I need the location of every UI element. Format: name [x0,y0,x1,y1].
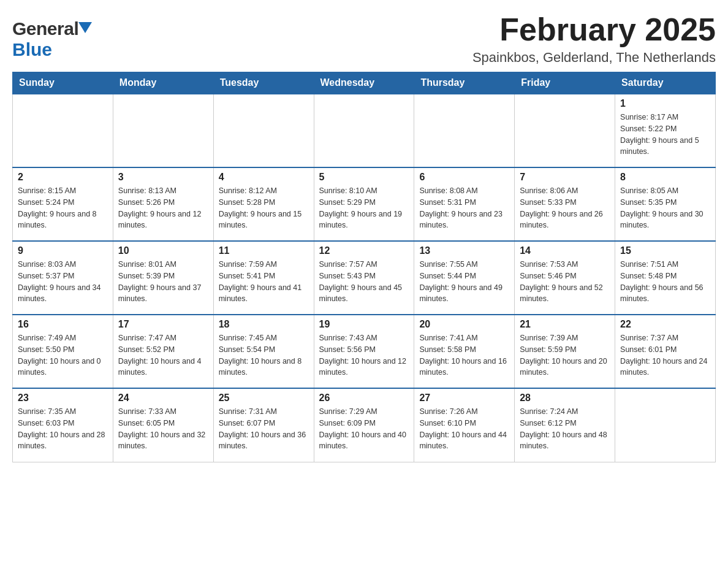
day-info: Sunrise: 7:26 AM Sunset: 6:10 PM Dayligh… [419,406,509,452]
day-info: Sunrise: 7:55 AM Sunset: 5:44 PM Dayligh… [419,259,509,305]
calendar-cell: 6Sunrise: 8:08 AM Sunset: 5:31 PM Daylig… [414,167,515,241]
day-info: Sunrise: 7:29 AM Sunset: 6:09 PM Dayligh… [319,406,409,452]
day-number: 5 [319,172,409,183]
day-info: Sunrise: 7:35 AM Sunset: 6:03 PM Dayligh… [18,406,108,452]
day-number: 19 [319,319,409,330]
calendar-table: SundayMondayTuesdayWednesdayThursdayFrid… [12,72,716,462]
calendar-cell: 5Sunrise: 8:10 AM Sunset: 5:29 PM Daylig… [314,167,414,241]
calendar-week-row: 23Sunrise: 7:35 AM Sunset: 6:03 PM Dayli… [13,388,716,462]
day-number: 26 [319,393,409,404]
logo-blue-text: Blue [12,39,52,59]
day-info: Sunrise: 7:43 AM Sunset: 5:56 PM Dayligh… [319,332,409,378]
calendar-cell: 10Sunrise: 8:01 AM Sunset: 5:39 PM Dayli… [113,241,213,315]
day-number: 13 [419,245,509,256]
day-number: 7 [520,172,610,183]
calendar-header-saturday: Saturday [615,72,716,94]
calendar-cell: 2Sunrise: 8:15 AM Sunset: 5:24 PM Daylig… [13,167,113,241]
calendar-cell: 9Sunrise: 8:03 AM Sunset: 5:37 PM Daylig… [13,241,113,315]
calendar-cell: 4Sunrise: 8:12 AM Sunset: 5:28 PM Daylig… [213,167,314,241]
day-info: Sunrise: 7:37 AM Sunset: 6:01 PM Dayligh… [620,332,710,378]
month-title: February 2025 [472,12,716,47]
day-number: 11 [219,245,309,256]
location-title: Spainkbos, Gelderland, The Netherlands [472,50,716,66]
calendar-cell: 8Sunrise: 8:05 AM Sunset: 5:35 PM Daylig… [615,167,716,241]
calendar-cell [314,94,414,167]
day-info: Sunrise: 7:33 AM Sunset: 6:05 PM Dayligh… [118,406,208,452]
day-number: 8 [620,172,710,183]
day-info: Sunrise: 7:45 AM Sunset: 5:54 PM Dayligh… [219,332,309,378]
day-number: 21 [520,319,610,330]
day-info: Sunrise: 7:57 AM Sunset: 5:43 PM Dayligh… [319,259,409,305]
calendar-cell: 18Sunrise: 7:45 AM Sunset: 5:54 PM Dayli… [213,315,314,388]
calendar-cell: 16Sunrise: 7:49 AM Sunset: 5:50 PM Dayli… [13,315,113,388]
day-number: 10 [118,245,208,256]
calendar-header-tuesday: Tuesday [213,72,314,94]
calendar-week-row: 16Sunrise: 7:49 AM Sunset: 5:50 PM Dayli… [13,315,716,388]
day-info: Sunrise: 7:49 AM Sunset: 5:50 PM Dayligh… [18,332,108,378]
day-number: 12 [319,245,409,256]
calendar-cell: 22Sunrise: 7:37 AM Sunset: 6:01 PM Dayli… [615,315,716,388]
day-info: Sunrise: 8:08 AM Sunset: 5:31 PM Dayligh… [419,185,509,231]
calendar-cell: 11Sunrise: 7:59 AM Sunset: 5:41 PM Dayli… [213,241,314,315]
logo: General Blue [12,12,92,60]
day-number: 27 [419,393,509,404]
day-number: 25 [219,393,309,404]
page-header: General Blue February 2025 Spainkbos, Ge… [12,12,716,66]
calendar-cell: 15Sunrise: 7:51 AM Sunset: 5:48 PM Dayli… [615,241,716,315]
calendar-week-row: 9Sunrise: 8:03 AM Sunset: 5:37 PM Daylig… [13,241,716,315]
day-number: 3 [118,172,208,183]
day-number: 4 [219,172,309,183]
calendar-header-monday: Monday [113,72,213,94]
day-number: 18 [219,319,309,330]
calendar-cell: 3Sunrise: 8:13 AM Sunset: 5:26 PM Daylig… [113,167,213,241]
calendar-cell [113,94,213,167]
calendar-cell [213,94,314,167]
day-number: 14 [520,245,610,256]
day-number: 1 [620,98,710,109]
calendar-cell: 24Sunrise: 7:33 AM Sunset: 6:05 PM Dayli… [113,388,213,462]
day-number: 9 [18,245,108,256]
day-number: 2 [18,172,108,183]
calendar-header-sunday: Sunday [13,72,113,94]
calendar-cell: 19Sunrise: 7:43 AM Sunset: 5:56 PM Dayli… [314,315,414,388]
calendar-header-wednesday: Wednesday [314,72,414,94]
day-info: Sunrise: 8:17 AM Sunset: 5:22 PM Dayligh… [620,112,710,158]
calendar-cell [515,94,615,167]
day-number: 15 [620,245,710,256]
calendar-cell [615,388,716,462]
day-number: 23 [18,393,108,404]
calendar-header-thursday: Thursday [414,72,515,94]
day-info: Sunrise: 7:41 AM Sunset: 5:58 PM Dayligh… [419,332,509,378]
day-number: 28 [520,393,610,404]
calendar-header-friday: Friday [515,72,615,94]
day-number: 16 [18,319,108,330]
day-info: Sunrise: 8:06 AM Sunset: 5:33 PM Dayligh… [520,185,610,231]
day-info: Sunrise: 8:13 AM Sunset: 5:26 PM Dayligh… [118,185,208,231]
calendar-cell: 25Sunrise: 7:31 AM Sunset: 6:07 PM Dayli… [213,388,314,462]
day-info: Sunrise: 8:03 AM Sunset: 5:37 PM Dayligh… [18,259,108,305]
day-number: 22 [620,319,710,330]
day-number: 6 [419,172,509,183]
day-number: 17 [118,319,208,330]
calendar-cell [414,94,515,167]
day-info: Sunrise: 8:05 AM Sunset: 5:35 PM Dayligh… [620,185,710,231]
calendar-cell: 1Sunrise: 8:17 AM Sunset: 5:22 PM Daylig… [615,94,716,167]
calendar-cell: 12Sunrise: 7:57 AM Sunset: 5:43 PM Dayli… [314,241,414,315]
day-info: Sunrise: 7:47 AM Sunset: 5:52 PM Dayligh… [118,332,208,378]
logo-general-text: General [12,18,78,39]
calendar-cell [13,94,113,167]
calendar-cell: 13Sunrise: 7:55 AM Sunset: 5:44 PM Dayli… [414,241,515,315]
day-info: Sunrise: 7:51 AM Sunset: 5:48 PM Dayligh… [620,259,710,305]
day-info: Sunrise: 8:10 AM Sunset: 5:29 PM Dayligh… [319,185,409,231]
day-number: 24 [118,393,208,404]
day-info: Sunrise: 7:31 AM Sunset: 6:07 PM Dayligh… [219,406,309,452]
calendar-week-row: 2Sunrise: 8:15 AM Sunset: 5:24 PM Daylig… [13,167,716,241]
calendar-header-row: SundayMondayTuesdayWednesdayThursdayFrid… [13,72,716,94]
day-info: Sunrise: 8:01 AM Sunset: 5:39 PM Dayligh… [118,259,208,305]
calendar-cell: 23Sunrise: 7:35 AM Sunset: 6:03 PM Dayli… [13,388,113,462]
day-number: 20 [419,319,509,330]
day-info: Sunrise: 7:39 AM Sunset: 5:59 PM Dayligh… [520,332,610,378]
day-info: Sunrise: 8:15 AM Sunset: 5:24 PM Dayligh… [18,185,108,231]
calendar-cell: 20Sunrise: 7:41 AM Sunset: 5:58 PM Dayli… [414,315,515,388]
calendar-cell: 28Sunrise: 7:24 AM Sunset: 6:12 PM Dayli… [515,388,615,462]
